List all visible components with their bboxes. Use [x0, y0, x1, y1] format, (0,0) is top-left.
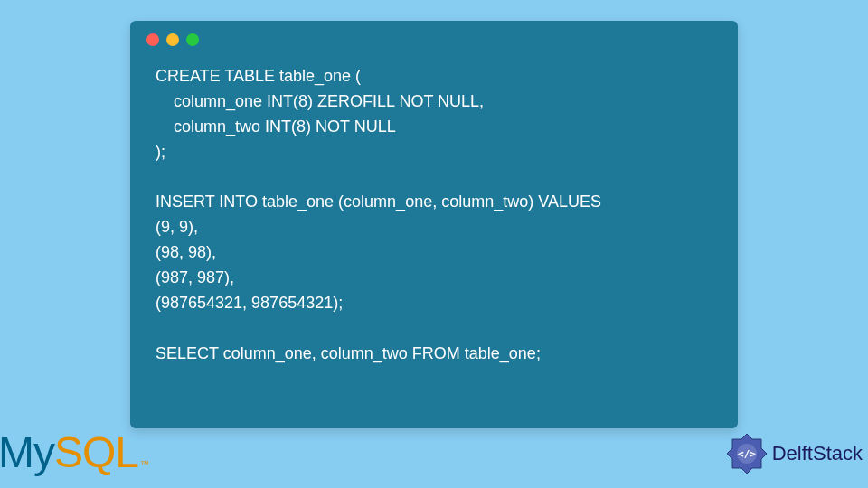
code-line: CREATE TABLE table_one ( — [156, 67, 361, 85]
code-line: column_two INT(8) NOT NULL — [156, 117, 396, 136]
code-line: (9, 9), — [156, 218, 198, 236]
code-line: (98, 98), — [156, 243, 216, 261]
mysql-logo-sql: SQL — [54, 427, 138, 477]
window-close-dot — [146, 33, 159, 46]
window-maximize-dot — [186, 33, 199, 46]
mysql-logo-tm: ™ — [140, 459, 149, 469]
code-line: SELECT column_one, column_two FROM table… — [156, 344, 541, 362]
mysql-logo-my: My — [0, 427, 54, 477]
code-content: CREATE TABLE table_one ( column_one INT(… — [130, 59, 738, 385]
code-line: column_one INT(8) ZEROFILL NOT NULL, — [156, 92, 484, 110]
code-line: INSERT INTO table_one (column_one, colum… — [156, 192, 601, 211]
delftstack-text: DelftStack — [772, 442, 863, 465]
window-minimize-dot — [166, 33, 179, 46]
window-controls — [130, 21, 738, 59]
code-line: ); — [156, 143, 165, 161]
code-line: (987654321, 987654321); — [156, 294, 343, 312]
svg-text:</>: </> — [738, 448, 756, 460]
code-line: (987, 987), — [156, 268, 234, 286]
code-window: CREATE TABLE table_one ( column_one INT(… — [130, 21, 738, 428]
mysql-logo: MySQL™ — [0, 427, 149, 477]
delftstack-icon: </> — [725, 432, 769, 475]
delftstack-logo: </> DelftStack — [725, 432, 863, 475]
